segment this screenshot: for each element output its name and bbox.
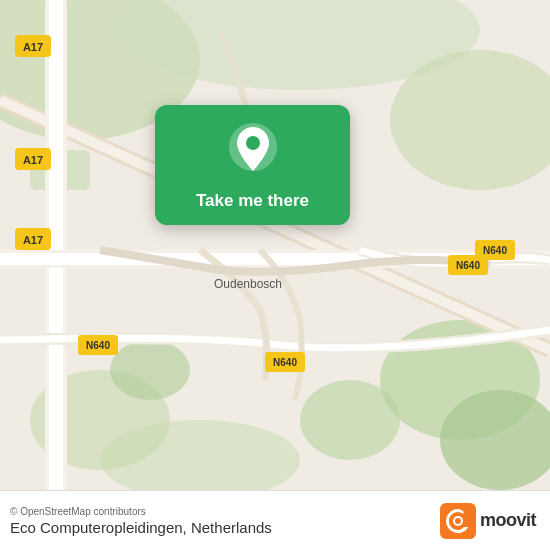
- svg-text:N640: N640: [86, 340, 110, 351]
- svg-rect-14: [49, 0, 63, 490]
- svg-text:A17: A17: [23, 234, 43, 246]
- svg-point-8: [300, 380, 400, 460]
- svg-point-33: [246, 136, 260, 150]
- moovit-logo: moovit: [440, 503, 536, 539]
- moovit-icon: [440, 503, 476, 539]
- location-label: Eco Computeropleidingen, Netherlands: [10, 519, 272, 536]
- svg-text:A17: A17: [23, 154, 43, 166]
- svg-point-10: [110, 340, 190, 400]
- footer: © OpenStreetMap contributors Eco Compute…: [0, 490, 550, 550]
- location-pin-icon: [229, 123, 277, 181]
- moovit-brand-text: moovit: [480, 510, 536, 531]
- map-container: A17 A17 A17 N640 N640 N640 N640 Oudenbos…: [0, 0, 550, 490]
- take-me-there-button[interactable]: Take me there: [196, 191, 309, 211]
- svg-text:A17: A17: [23, 41, 43, 53]
- svg-text:N640: N640: [273, 357, 297, 368]
- svg-point-36: [455, 518, 461, 524]
- popup-card[interactable]: Take me there: [155, 105, 350, 225]
- svg-text:N640: N640: [456, 260, 480, 271]
- svg-text:N640: N640: [483, 245, 507, 256]
- footer-info: © OpenStreetMap contributors Eco Compute…: [10, 506, 272, 536]
- osm-attribution: © OpenStreetMap contributors: [10, 506, 272, 517]
- svg-text:Oudenbosch: Oudenbosch: [214, 277, 282, 291]
